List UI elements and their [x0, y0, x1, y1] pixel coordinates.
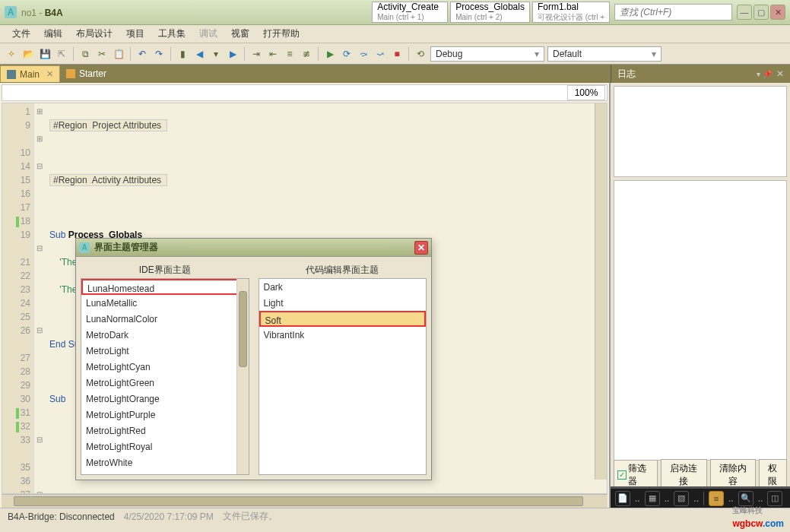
step-over-icon[interactable]: ⤼	[357, 47, 370, 61]
menu-layout[interactable]: 布局设计	[70, 25, 119, 43]
pin-icon[interactable]: ▾ 📌	[757, 70, 772, 78]
dialog-icon: A	[79, 242, 90, 253]
list-item[interactable]: MetroLightGreen	[81, 375, 249, 391]
open-icon[interactable]: 📂	[21, 47, 35, 61]
tabs-row: Main ✕ Starter 日志 ▾ 📌 ✕	[0, 65, 790, 83]
list-item[interactable]: MetroLightCyan	[81, 359, 249, 375]
target-select[interactable]: Default	[547, 46, 662, 62]
refresh-icon[interactable]: ⟲	[414, 47, 427, 61]
menu-edit[interactable]: 编辑	[38, 25, 68, 43]
search-input[interactable]	[614, 4, 732, 21]
nav-item[interactable]: Form1.bal可视化设计器 (ctrl +	[532, 2, 610, 23]
ide-theme-list[interactable]: LunaHomesteadLunaMetallicLunaNormalColor…	[81, 278, 249, 475]
nav-back-icon[interactable]: ◀	[192, 47, 206, 61]
list-item[interactable]: MetroLightRoyal	[81, 439, 249, 454]
tab-close-icon[interactable]: ✕	[46, 69, 53, 79]
bridge-status: B4A-Bridge: Disconnected	[8, 511, 115, 522]
toolbar: ✧ 📂 💾 ⇱ ⧉ ✂ 📋 ↶ ↷ ▮ ◀ ▾ ▶ ⇥ ⇤ ≡ ≢ ▶ ⟳ ⤼ …	[0, 43, 790, 65]
dialog-close-button[interactable]: ✕	[414, 241, 428, 255]
paste-icon[interactable]: 📋	[112, 47, 125, 61]
timestamp: 4/25/2020 7:17:09 PM	[124, 511, 214, 522]
menu-file[interactable]: 文件	[6, 25, 36, 43]
filter-checkbox[interactable]: ✓筛选器	[614, 460, 658, 490]
list-item[interactable]: MetroLightOrange	[81, 391, 249, 407]
config-select[interactable]: Debug	[430, 46, 544, 62]
close-button[interactable]: ✕	[770, 5, 785, 20]
panel-icon[interactable]: 📄	[615, 491, 630, 506]
list-item[interactable]: LunaNormalColor	[81, 311, 249, 327]
minimize-button[interactable]: —	[737, 5, 752, 20]
list-item[interactable]: MetroLight	[81, 343, 249, 359]
new-icon[interactable]: ✧	[5, 47, 18, 61]
nav-item[interactable]: Process_GlobalsMain (ctrl + 2)	[450, 2, 530, 23]
lib-icon[interactable]: ▦	[645, 491, 660, 506]
list-item[interactable]: MetroWhite	[81, 454, 249, 470]
menu-tools[interactable]: 工具集	[152, 25, 192, 43]
menu-window[interactable]: 视窗	[225, 25, 255, 43]
redo-icon[interactable]: ↷	[152, 47, 166, 61]
nav-item[interactable]: Activity_CreateMain (ctrl + 1)	[372, 2, 448, 23]
uncomment-icon[interactable]: ≢	[300, 47, 313, 61]
title-bar: A no1 - B4A Activity_CreateMain (ctrl + …	[0, 0, 790, 25]
step-out-icon[interactable]: ⤻	[373, 47, 387, 61]
log-panel: ✓筛选器 启动连接 清除内容 权限 📄 .. ▦ .. ▧ .. ≡ .. 🔍 …	[611, 83, 790, 508]
save-icon[interactable]: 💾	[38, 47, 52, 61]
fold-column[interactable]: ⊞⊞⊟⊟⊟⊟⊟	[34, 103, 45, 493]
log-area-2[interactable]	[614, 180, 787, 461]
list-item[interactable]: MetroLightPurple	[81, 407, 249, 423]
list-item[interactable]: VibrantInk	[259, 327, 427, 343]
comment-icon[interactable]: ≡	[283, 47, 297, 61]
nav-crumbs: Activity_CreateMain (ctrl + 1) Process_G…	[372, 2, 610, 23]
scrollbar[interactable]	[236, 279, 249, 474]
nav-fwd-icon[interactable]: ▶	[226, 47, 240, 61]
menu-bar: 文件 编辑 布局设计 项目 工具集 调试 视窗 打开帮助	[0, 25, 790, 43]
step-icon[interactable]: ⟳	[340, 47, 354, 61]
log-icon[interactable]: ≡	[709, 491, 724, 506]
window-title: no1 - B4A	[21, 7, 63, 18]
log-close-icon[interactable]: ✕	[776, 68, 784, 79]
breadcrumb-bar: 100%	[2, 84, 608, 101]
undo-icon[interactable]: ↶	[135, 47, 149, 61]
save-status: 文件已保存。	[223, 510, 278, 523]
tab-starter[interactable]: Starter	[60, 65, 113, 82]
ide-theme-label: IDE界面主题	[81, 261, 249, 278]
log-area-1[interactable]	[614, 86, 787, 177]
menu-debug[interactable]: 调试	[193, 25, 224, 43]
app-icon: A	[5, 6, 17, 18]
theme-manager-dialog: A 界面主题管理器 ✕ IDE界面主题 LunaHomesteadLunaMet…	[75, 238, 432, 480]
tab-main[interactable]: Main ✕	[0, 65, 60, 82]
service-icon	[66, 69, 75, 78]
files-icon[interactable]: ▧	[674, 491, 689, 506]
horizontal-scrollbar[interactable]	[2, 494, 608, 508]
status-bar: B4A-Bridge: Disconnected 4/25/2020 7:17:…	[0, 508, 790, 524]
indent-icon[interactable]: ⇥	[249, 47, 263, 61]
export-icon[interactable]: ⇱	[55, 47, 68, 61]
watermark: 宝峰科技 wgbcw.com	[732, 502, 784, 530]
module-icon	[7, 70, 16, 79]
dropdown-icon[interactable]: ▾	[209, 47, 223, 61]
vertical-scrollbar[interactable]	[595, 103, 607, 480]
list-item[interactable]: LunaMetallic	[81, 295, 249, 311]
menu-project[interactable]: 项目	[120, 25, 151, 43]
bookmark-icon[interactable]: ▮	[176, 47, 189, 61]
menu-help[interactable]: 打开帮助	[257, 25, 306, 43]
run-icon[interactable]: ▶	[323, 47, 337, 61]
list-item[interactable]: Soft	[259, 311, 427, 327]
list-item[interactable]: MetroDark	[81, 327, 249, 343]
list-item[interactable]: LunaHomestead	[81, 279, 249, 295]
line-gutter: 1910141516171819212223242526272829303132…	[2, 103, 34, 493]
copy-icon[interactable]: ⧉	[78, 47, 92, 61]
maximize-button[interactable]: ▢	[754, 5, 769, 20]
cut-icon[interactable]: ✂	[95, 47, 109, 61]
log-panel-title: 日志 ▾ 📌 ✕	[611, 65, 790, 83]
code-theme-list[interactable]: DarkLightSoftVibrantInk	[259, 278, 427, 475]
outdent-icon[interactable]: ⇤	[266, 47, 280, 61]
dialog-title-bar[interactable]: A 界面主题管理器 ✕	[76, 239, 431, 257]
zoom-level[interactable]: 100%	[567, 85, 605, 100]
list-item[interactable]: MetroLightRed	[81, 423, 249, 439]
code-theme-label: 代码编辑界面主题	[259, 261, 427, 278]
stop-icon[interactable]: ■	[390, 47, 404, 61]
list-item[interactable]: Light	[259, 295, 427, 311]
list-item[interactable]: Dark	[259, 279, 427, 295]
